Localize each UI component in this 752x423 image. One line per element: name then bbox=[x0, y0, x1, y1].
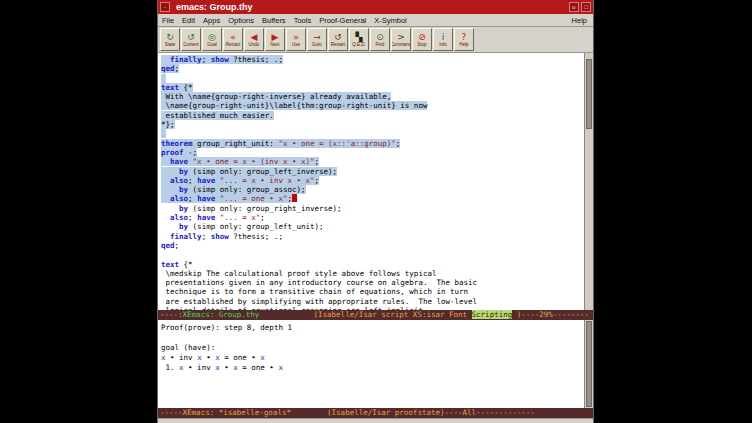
toolbar-context-button[interactable]: ↺Context bbox=[181, 28, 201, 51]
menu-tools[interactable]: Tools bbox=[294, 14, 312, 27]
code-line: are established by simplifying with appr… bbox=[161, 297, 584, 306]
toolbar-label: Help bbox=[459, 42, 468, 47]
retract-icon: « bbox=[230, 32, 236, 42]
context-icon: ↺ bbox=[187, 32, 195, 42]
menubar: FileEditAppsOptionsBuffersToolsProof-Gen… bbox=[158, 14, 593, 27]
window-title: emacs: Group.thy bbox=[172, 0, 567, 14]
restart-icon: ↺ bbox=[334, 32, 342, 42]
script-buffer[interactable]: finally; show ?thesis; .;qed; text {* Wi… bbox=[158, 53, 593, 310]
code-line: x • inv x • x = one • x bbox=[161, 353, 584, 363]
toolbar: ↻State↺Context◎Goal«Retract◀Undo▶Next»Us… bbox=[158, 27, 593, 53]
window-menu-button[interactable]: - bbox=[160, 2, 170, 12]
next-icon: ▶ bbox=[272, 32, 279, 42]
toolbar-label: Goal bbox=[207, 42, 217, 47]
toolbar-label: Q.E.D. bbox=[352, 42, 366, 47]
toolbar-label: Context bbox=[183, 42, 199, 47]
code-line: 1. x • inv x • x = one • x bbox=[161, 363, 584, 373]
text-cursor bbox=[292, 194, 297, 202]
code-line: presentations given in any introductory … bbox=[161, 278, 584, 287]
menu-file[interactable]: File bbox=[162, 14, 174, 27]
toolbar-label: Use bbox=[292, 42, 300, 47]
code-line bbox=[161, 250, 584, 259]
code-line: With \name{group-right-inverse} already … bbox=[161, 92, 584, 101]
toolbar-label: Undo bbox=[249, 42, 260, 47]
use-icon: » bbox=[293, 32, 299, 42]
toolbar-label: Command bbox=[391, 42, 411, 47]
menu-apps[interactable]: Apps bbox=[203, 14, 220, 27]
toolbar-label: Retract bbox=[226, 42, 241, 47]
code-line: Proof(prove): step 8, depth 1 bbox=[161, 323, 584, 333]
toolbar-goal-button[interactable]: ◎Goal bbox=[202, 28, 222, 51]
qed-icon: ▚ bbox=[356, 32, 363, 42]
minibuffer[interactable] bbox=[158, 418, 593, 423]
menu-proof-general[interactable]: Proof-General bbox=[319, 14, 366, 27]
titlebar[interactable]: - emacs: Group.thy o □ bbox=[158, 0, 593, 14]
code-line: proof -; bbox=[161, 148, 584, 157]
goal-icon: ◎ bbox=[208, 32, 216, 42]
command-icon: > bbox=[397, 32, 405, 42]
toolbar-label: State bbox=[165, 42, 176, 47]
toolbar-find-button[interactable]: ⊙Find bbox=[370, 28, 390, 51]
code-line: by (simp only: group_left_unit); bbox=[161, 222, 584, 231]
editor-scrollbar-thumb[interactable] bbox=[586, 59, 592, 129]
maximize-button[interactable]: □ bbox=[581, 2, 591, 12]
find-icon: ⊙ bbox=[376, 32, 384, 42]
code-line bbox=[161, 129, 584, 138]
code-line: by (simp only: group_assoc); bbox=[161, 185, 584, 194]
code-line bbox=[161, 333, 584, 343]
state-icon: ↻ bbox=[166, 32, 174, 42]
toolbar-goto-button[interactable]: →Goto bbox=[307, 28, 327, 51]
toolbar-stop-button[interactable]: ⊘Stop bbox=[412, 28, 432, 51]
code-line: technique is to form a transitive chain … bbox=[161, 287, 584, 296]
code-line: qed; bbox=[161, 241, 584, 250]
toolbar-info-button[interactable]: iInfo bbox=[433, 28, 453, 51]
goals-buffer[interactable]: Proof(prove): step 8, depth 1goal (have)… bbox=[158, 320, 593, 408]
help-icon: ? bbox=[462, 32, 467, 42]
code-line: finally; show ?thesis; .; bbox=[161, 55, 584, 64]
code-line: also; have "... = x"; bbox=[161, 213, 584, 222]
toolbar-restart-button[interactable]: ↺Restart bbox=[328, 28, 348, 51]
stop-icon: ⊘ bbox=[418, 32, 426, 42]
code-line: established much easier. bbox=[161, 111, 584, 120]
toolbar-retract-button[interactable]: «Retract bbox=[223, 28, 243, 51]
toolbar-label: Find bbox=[376, 42, 385, 47]
code-line: \medskip The calculational proof style a… bbox=[161, 269, 584, 278]
code-line: text {* bbox=[161, 260, 584, 269]
menu-options[interactable]: Options bbox=[228, 14, 254, 27]
toolbar-state-button[interactable]: ↻State bbox=[160, 28, 180, 51]
menu-help[interactable]: Help bbox=[572, 14, 587, 27]
minimize-button[interactable]: o bbox=[569, 2, 579, 12]
menu-buffers[interactable]: Buffers bbox=[262, 14, 286, 27]
menu-x-symbol[interactable]: X-Symbol bbox=[374, 14, 407, 27]
toolbar-help-button[interactable]: ?Help bbox=[454, 28, 474, 51]
code-line: text {* bbox=[161, 83, 584, 92]
editor-code[interactable]: finally; show ?thesis; .;qed; text {* Wi… bbox=[158, 53, 584, 310]
code-line: goal (have): bbox=[161, 343, 584, 353]
toolbar-qed-button[interactable]: ▚Q.E.D. bbox=[349, 28, 369, 51]
toolbar-undo-button[interactable]: ◀Undo bbox=[244, 28, 264, 51]
code-line: by (simp only: group_left_inverse); bbox=[161, 167, 584, 176]
info-icon: i bbox=[442, 32, 445, 42]
toolbar-label: Stop bbox=[417, 42, 426, 47]
code-line: also; have "... = one • x"; bbox=[161, 194, 584, 203]
goals-code[interactable]: Proof(prove): step 8, depth 1goal (have)… bbox=[158, 320, 584, 408]
code-line: by (simp only: group_right_inverse); bbox=[161, 204, 584, 213]
goals-scrollbar-thumb[interactable] bbox=[586, 321, 592, 407]
toolbar-label: Goto bbox=[312, 42, 322, 47]
code-line: qed; bbox=[161, 64, 584, 73]
toolbar-use-button[interactable]: »Use bbox=[286, 28, 306, 51]
toolbar-label: Info bbox=[439, 42, 447, 47]
modeline-goals: -----XEmacs: *isabelle-goals* (Isabelle/… bbox=[158, 408, 593, 418]
modeline-script: ----:XEmacs: Group.thy (Isabelle/Isar sc… bbox=[158, 310, 593, 320]
toolbar-next-button[interactable]: ▶Next bbox=[265, 28, 285, 51]
toolbar-command-button[interactable]: >Command bbox=[391, 28, 411, 51]
goto-icon: → bbox=[313, 32, 321, 42]
menubar-items: FileEditAppsOptionsBuffersToolsProof-Gen… bbox=[162, 14, 415, 27]
editor-scrollbar[interactable] bbox=[584, 53, 593, 310]
toolbar-label: Next bbox=[270, 42, 279, 47]
code-line: *}; bbox=[161, 120, 584, 129]
toolbar-label: Restart bbox=[331, 42, 346, 47]
goals-scrollbar[interactable] bbox=[584, 320, 593, 408]
code-line: also; have "... = x • inv x • x"; bbox=[161, 176, 584, 185]
menu-edit[interactable]: Edit bbox=[182, 14, 195, 27]
